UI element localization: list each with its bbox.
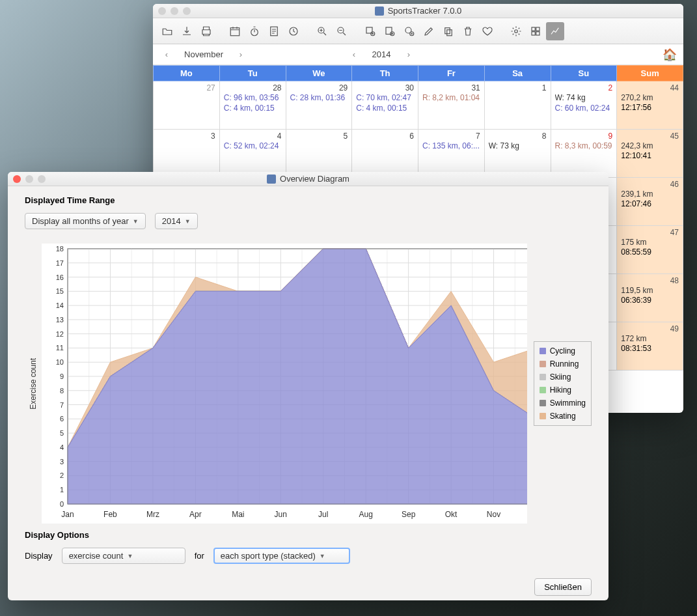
svg-rect-16 (536, 27, 540, 31)
copy-icon[interactable] (439, 22, 458, 40)
group-select[interactable]: each sport type (stacked)▼ (213, 548, 350, 564)
calendar-cell[interactable]: 1 (484, 81, 551, 130)
save-icon[interactable] (178, 22, 196, 40)
notes-icon[interactable] (265, 22, 283, 40)
date-nav: ‹ November › ‹ 2014 › 🏠 (153, 44, 683, 65)
col-header: We (286, 66, 352, 81)
svg-text:1: 1 (60, 486, 64, 494)
calendar-cell[interactable]: 29C: 28 km, 01:36 (286, 81, 352, 130)
svg-text:11: 11 (56, 344, 64, 352)
calendar-event[interactable]: C: 96 km, 03:56 (224, 92, 282, 103)
year-select[interactable]: 2014▼ (155, 213, 198, 229)
svg-text:Jan: Jan (61, 510, 74, 519)
calendar-event[interactable]: C: 4 km, 00:15 (224, 103, 282, 113)
calendar-event[interactable]: C: 28 km, 01:36 (290, 92, 348, 103)
calendar-cell[interactable]: 6 (352, 130, 418, 178)
svg-text:Aug: Aug (359, 510, 373, 519)
for-label: for (195, 551, 204, 561)
minimize-icon[interactable] (171, 7, 178, 15)
svg-text:Mai: Mai (232, 510, 244, 519)
calendar-cell[interactable]: 2W: 74 kgC: 60 km, 02:24 (551, 81, 617, 130)
svg-rect-13 (447, 29, 452, 35)
calendar-cell[interactable]: 31R: 8,2 km, 01:04 (418, 81, 485, 130)
calendar-icon[interactable] (226, 22, 244, 40)
close-button[interactable]: Schließen (534, 578, 592, 596)
chart-legend: CyclingRunningSkiingHikingSwimmingSkatin… (534, 341, 592, 426)
svg-text:Jun: Jun (275, 510, 287, 519)
calendar-event[interactable]: R: 8,3 km, 00:59 (555, 141, 613, 151)
delete-icon[interactable] (459, 22, 477, 40)
zoom-in-icon[interactable] (313, 22, 331, 40)
svg-text:18: 18 (56, 245, 64, 253)
calendar-cell[interactable]: 8W: 73 kg (484, 130, 551, 178)
col-header: Tu (219, 66, 286, 81)
stats-icon[interactable] (526, 22, 545, 40)
calendar-event[interactable]: C: 60 km, 02:24 (555, 103, 613, 113)
calendar-cell[interactable]: 27 (154, 81, 220, 130)
heart-icon[interactable] (478, 22, 497, 40)
week-summary: 44270,2 km12:17:56 (617, 81, 683, 130)
week-summary: 47175 km08:55:59 (617, 226, 683, 274)
col-header: Fr (418, 66, 485, 81)
svg-text:2: 2 (60, 471, 64, 479)
calendar-cell[interactable]: 4C: 52 km, 02:24 (219, 130, 286, 178)
svg-text:Mrz: Mrz (146, 510, 159, 519)
calendar-event[interactable]: C: 4 km, 00:15 (356, 103, 414, 113)
minimize-icon[interactable] (25, 175, 33, 183)
prev-month-button[interactable]: ‹ (159, 49, 174, 59)
svg-text:9: 9 (60, 372, 64, 380)
legend-item: Running (540, 357, 586, 371)
year-label: 2014 (365, 49, 398, 59)
range-select[interactable]: Display all months of year▼ (25, 213, 146, 229)
home-icon[interactable]: 🏠 (663, 48, 677, 62)
calendar-event[interactable]: C: 70 km, 02:47 (356, 92, 414, 103)
calendar-cell[interactable]: 5 (286, 130, 352, 178)
legend-item: Hiking (540, 384, 586, 397)
svg-text:Sep: Sep (402, 510, 416, 519)
zoom-icon[interactable] (38, 175, 46, 183)
close-icon[interactable] (158, 7, 166, 15)
calendar-event[interactable]: R: 8,2 km, 01:04 (422, 92, 480, 103)
stopwatch-icon[interactable] (245, 22, 264, 40)
settings-icon[interactable] (507, 22, 525, 40)
col-header: Su (551, 66, 617, 81)
calendar-event[interactable]: C: 135 km, 06:... (422, 141, 480, 151)
svg-text:15: 15 (56, 287, 64, 295)
print-icon[interactable] (197, 22, 215, 40)
add-weight-icon[interactable] (400, 22, 418, 40)
open-icon[interactable] (158, 22, 176, 40)
close-icon[interactable] (13, 175, 21, 183)
main-titlebar: SportsTracker 7.0.0 (153, 4, 683, 18)
calendar-event[interactable]: C: 52 km, 02:24 (224, 141, 282, 151)
zoom-out-icon[interactable] (333, 22, 351, 40)
calendar-cell[interactable]: 28C: 96 km, 03:56C: 4 km, 00:15 (219, 81, 286, 130)
add-note-icon[interactable] (381, 22, 399, 40)
svg-text:16: 16 (56, 273, 64, 281)
calendar-cell[interactable]: 7C: 135 km, 06:... (418, 130, 485, 178)
col-header: Mo (154, 66, 220, 81)
calendar-event[interactable]: W: 73 kg (489, 141, 547, 151)
svg-text:Feb: Feb (103, 510, 117, 519)
calendar-cell[interactable]: 30C: 70 km, 02:47C: 4 km, 00:15 (352, 81, 418, 130)
legend-item: Cycling (540, 344, 586, 357)
app-icon (375, 7, 384, 16)
svg-text:Apr: Apr (189, 510, 202, 519)
svg-rect-0 (230, 27, 239, 35)
calendar-cell[interactable]: 3 (154, 130, 220, 178)
edit-icon[interactable] (420, 22, 438, 40)
add-exercise-icon[interactable] (361, 22, 379, 40)
svg-text:6: 6 (60, 415, 64, 423)
zoom-icon[interactable] (183, 7, 191, 15)
legend-item: Swimming (540, 397, 586, 410)
calendar-cell[interactable]: 9R: 8,3 km, 00:59 (551, 130, 617, 178)
svg-text:0: 0 (60, 500, 64, 508)
prev-year-button[interactable]: ‹ (347, 49, 361, 59)
chart-view-icon[interactable] (546, 22, 564, 40)
next-month-button[interactable]: › (234, 49, 248, 59)
month-label: November (178, 49, 230, 59)
metric-select[interactable]: exercise count▼ (62, 548, 185, 564)
next-year-button[interactable]: › (402, 49, 416, 59)
calendar-event[interactable]: W: 74 kg (555, 92, 613, 103)
sync-icon[interactable] (284, 22, 303, 40)
legend-item: Skating (540, 410, 586, 423)
